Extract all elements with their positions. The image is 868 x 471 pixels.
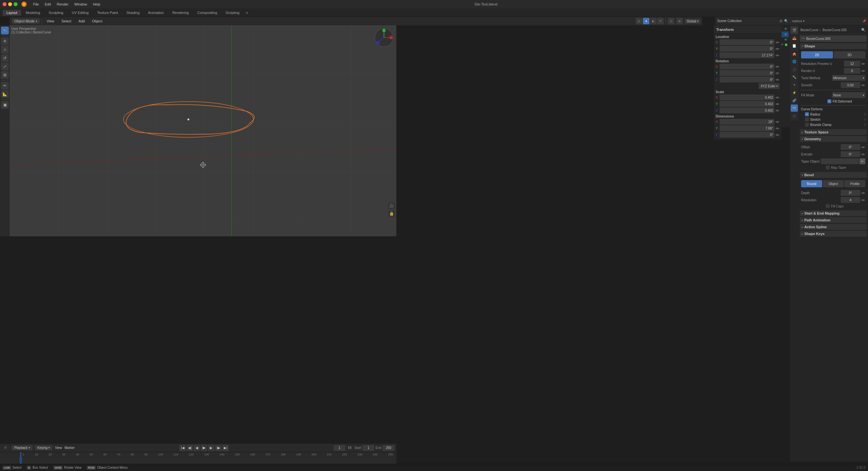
add-workspace-button[interactable]: + [244,10,250,15]
props-pin-icon[interactable]: 📌 [863,20,866,23]
scale-tool[interactable]: ⤢ [1,63,9,70]
scale-y-field[interactable]: 0.402 [719,101,774,107]
props-object-icon[interactable]: ▢ [791,66,798,73]
global-local-toggle[interactable]: Global ▾ [685,19,701,24]
viewport-mode-btn[interactable]: ◎ [636,18,642,24]
path-animation-header[interactable]: ▸ Path Animation [800,217,867,223]
rotate-tool[interactable]: ↺ [1,54,9,62]
tab-rendering[interactable]: Rendering [168,10,193,15]
twist-method-field[interactable]: Minimum ▾ [832,75,865,81]
3d-mode-btn[interactable]: 3D [834,51,865,59]
prev-keyframe-btn[interactable]: ◀| [186,445,193,451]
taper-object-field[interactable] [821,159,859,164]
render-u-field[interactable]: 0 [844,68,860,74]
resolution-preview-u-field[interactable]: 12 [844,61,860,67]
end-frame-field[interactable]: 250 [383,445,394,451]
keying-menu[interactable]: Keying ▾ [35,445,53,450]
close-button[interactable] [3,2,6,6]
camera-visibility-icon[interactable]: 👁 [784,38,787,41]
rotation-z-field[interactable]: 0° [719,77,774,82]
timeline-type-icon[interactable]: ⏱ [2,444,9,451]
start-frame-field[interactable]: 1 [363,445,374,451]
smooth-field[interactable]: 0.00 [841,82,860,88]
add-cube-tool[interactable]: ▣ [1,101,9,109]
props-output-icon[interactable]: 📤 [791,34,798,41]
jump-end-btn[interactable]: ▶| [222,445,229,451]
location-z-field[interactable]: 17.174° [719,52,774,58]
object-mode-selector[interactable]: Object Mode ▾ [12,19,40,24]
bounds-clamp-checkbox[interactable] [805,123,809,127]
3d-viewport[interactable]: User Perspective (1) Collection | Bezier… [10,25,396,236]
menu-window[interactable]: Window [72,2,90,7]
dim-z-field[interactable]: 0° [719,132,774,138]
location-y-field[interactable]: 0° [719,46,774,52]
add-menu[interactable]: Add [76,19,88,24]
tab-shading[interactable]: Shading [122,10,143,15]
fill-deformed-checkbox[interactable]: ✓ [827,99,831,103]
rotation-x-field[interactable]: 0° [719,64,774,69]
breadcrumb-object[interactable]: BezierCurve [800,28,818,32]
taper-object-picker-icon[interactable]: ✏ [860,159,865,164]
marker-menu[interactable]: Marker [65,446,75,449]
props-particles-icon[interactable]: ✦ [791,81,798,88]
shape-keys-header[interactable]: ▸ Shape Keys [800,231,867,237]
active-spline-header[interactable]: ▸ Active Spline [800,224,867,230]
select-tool[interactable]: ↖ [1,27,9,34]
breadcrumb-search-icon[interactable]: 🔍 [861,27,866,32]
shape-section-header[interactable]: ▾ Shape [800,43,867,49]
props-material-icon[interactable]: ⬡ [791,112,798,120]
bevel-round-btn[interactable]: Round [801,180,822,187]
minimize-button[interactable] [8,2,12,6]
bevel-resolution-field[interactable]: 4 [841,197,860,203]
next-frame-btn[interactable]: ▶ [208,445,214,451]
annotate-tool[interactable]: ✏ [1,82,9,90]
scale-z-field[interactable]: 0.402 [719,107,774,113]
props-render-icon[interactable]: 🎬 [791,27,798,34]
2d-mode-btn[interactable]: 2D [801,51,833,59]
tab-texture-paint[interactable]: Texture Paint [93,10,122,15]
props-modifier-icon[interactable]: 🔧 [791,73,798,80]
dim-x-field[interactable]: 19° [719,119,774,125]
view-menu[interactable]: View [44,19,57,24]
zoom-camera-button[interactable]: 🎥 [388,203,395,209]
playback-menu[interactable]: Playback ▾ [12,445,32,450]
gizmo-button[interactable]: ⊕ [676,18,683,24]
view-menu-timeline[interactable]: View [55,446,62,449]
radius-checkbox[interactable]: ✓ [805,112,809,116]
bevel-section-header[interactable]: ▾ Bevel [800,172,867,178]
fill-caps-checkbox[interactable] [826,204,830,208]
fill-mode-field[interactable]: None ▾ [832,92,865,98]
extrude-field[interactable]: 0° [841,151,860,157]
stretch-checkbox[interactable] [805,117,809,122]
tab-uv-editing[interactable]: UV Editing [68,10,93,15]
tab-animation[interactable]: Animation [144,10,168,15]
props-physics-icon[interactable]: ⚡ [791,89,798,96]
tab-sculpting[interactable]: Sculpting [45,10,67,15]
scale-x-field[interactable]: 0.402 [719,95,774,100]
object-menu[interactable]: Object [89,19,105,24]
current-frame-field[interactable]: 1 [334,445,345,451]
rendered-preview-btn[interactable]: ☀ [657,18,664,24]
dim-y-field[interactable]: 7.86° [719,125,774,131]
tab-modeling[interactable]: Modeling [22,10,44,15]
bevel-depth-field[interactable]: 0° [841,190,860,196]
breadcrumb-data[interactable]: BezierCurve.005 [823,28,846,32]
material-preview-btn[interactable]: ◐ [650,18,656,24]
start-end-mapping-header[interactable]: ▸ Start & End Mapping [800,210,867,216]
props-data-icon[interactable]: 〜 [791,104,798,112]
menu-edit[interactable]: Edit [42,2,54,7]
bevel-profile-btn[interactable]: Profile [844,180,865,187]
menu-help[interactable]: Help [90,2,103,7]
timeline-track[interactable]: 1 10 20 30 40 50 60 70 80 90 100 110 120… [0,452,396,464]
cursor-tool[interactable]: ✛ [1,37,9,45]
move-tool[interactable]: ⊹ [1,46,9,54]
location-x-field[interactable]: 0° [719,39,774,45]
menu-file[interactable]: File [31,2,41,7]
rotation-y-field[interactable]: 0° [719,70,774,76]
select-menu[interactable]: Select [59,19,74,24]
bevel-object-btn[interactable]: Object [823,180,844,187]
play-pause-btn[interactable]: ▶ [201,445,207,451]
props-scene-icon[interactable]: 🎪 [791,50,798,57]
transform-tool[interactable]: ⊞ [1,71,9,79]
bezier-visibility-icon[interactable]: 👁 [784,33,787,36]
